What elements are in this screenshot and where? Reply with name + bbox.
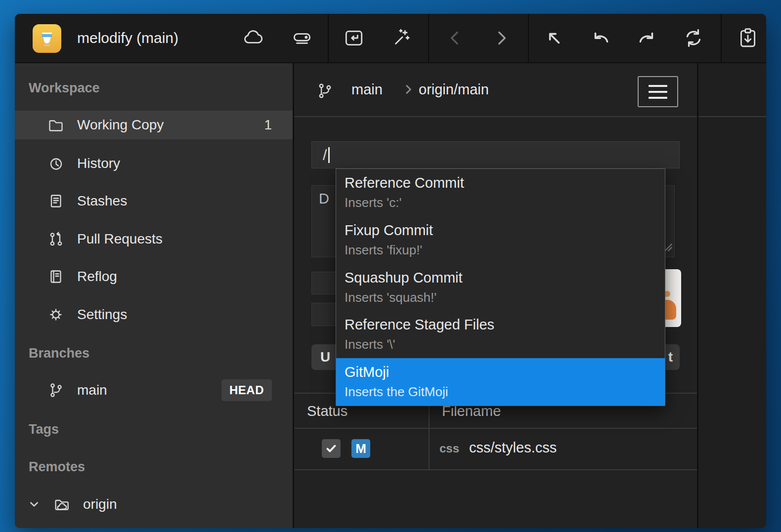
clipboard-button[interactable] bbox=[733, 23, 763, 53]
sidebar-section-branches: Branches bbox=[29, 345, 89, 362]
autocomplete-subtitle: Inserts 'squash!' bbox=[345, 289, 665, 306]
forward-button[interactable] bbox=[486, 23, 516, 53]
sidebar-section-tags: Tags bbox=[29, 421, 59, 438]
reflog-icon bbox=[47, 268, 64, 285]
autocomplete-subtitle: Inserts the GitMoji bbox=[345, 383, 665, 400]
autocomplete-title: GitMoji bbox=[345, 363, 665, 381]
commit-autocomplete-dropdown: Reference Commit Inserts 'c:' Fixup Comm… bbox=[336, 168, 665, 406]
magic-wand-button[interactable] bbox=[387, 23, 416, 53]
commit-message-input[interactable]: / bbox=[311, 141, 680, 168]
folder-icon bbox=[47, 117, 64, 133]
autocomplete-item-reference-staged-files[interactable]: Reference Staged Files Inserts '\' bbox=[336, 311, 665, 358]
git-branch-icon bbox=[316, 82, 334, 102]
table-border bbox=[294, 469, 697, 470]
arrow-up-left-icon bbox=[543, 27, 565, 49]
secondary-pane bbox=[698, 63, 766, 528]
breadcrumb-upstream[interactable]: origin/main bbox=[419, 63, 489, 116]
filename: css/styles.css bbox=[469, 440, 557, 456]
sidebar-item-stashes[interactable]: Stashes bbox=[15, 187, 293, 215]
open-repo-button[interactable] bbox=[339, 23, 369, 53]
chevron-right-icon bbox=[490, 27, 513, 49]
commit-pane: main origin/main / D bbox=[294, 63, 697, 528]
sidebar-item-label: Pull Requests bbox=[77, 231, 163, 247]
titlebar: melodify (main) bbox=[15, 14, 766, 63]
text-caret bbox=[328, 147, 330, 163]
history-icon bbox=[47, 155, 64, 172]
git-branch-icon bbox=[47, 382, 64, 399]
autocomplete-title: Reference Commit bbox=[345, 173, 665, 192]
sidebar-section-remotes: Remotes bbox=[29, 458, 85, 475]
sidebar-item-label: Settings bbox=[77, 307, 127, 323]
sidebar-item-label: Reflog bbox=[77, 269, 117, 285]
sidebar-item-label: Working Copy bbox=[77, 117, 164, 133]
sidebar-item-label: History bbox=[77, 156, 120, 171]
head-badge: HEAD bbox=[221, 379, 272, 401]
redo-arrow-icon bbox=[636, 27, 658, 49]
breadcrumb-branch[interactable]: main bbox=[351, 63, 383, 116]
chevron-down-icon[interactable] bbox=[29, 499, 40, 510]
app-window: melodify (main) bbox=[15, 14, 766, 528]
pull-request-icon bbox=[47, 231, 64, 247]
description-text: D bbox=[319, 191, 329, 206]
toolbar-separator bbox=[328, 14, 329, 63]
hamburger-icon bbox=[649, 85, 667, 87]
app-icon bbox=[33, 24, 61, 53]
clipboard-download-icon bbox=[737, 27, 759, 49]
autocomplete-title: Squashup Commit bbox=[345, 268, 665, 287]
sync-arrows-icon bbox=[682, 27, 705, 49]
sidebar-item-pull-requests[interactable]: Pull Requests bbox=[15, 225, 293, 253]
open-repo-icon bbox=[343, 27, 365, 49]
autocomplete-title: Fixup Commit bbox=[345, 221, 665, 240]
cloud-icon bbox=[241, 27, 264, 49]
status-badge: M bbox=[351, 439, 370, 458]
pane-header-border bbox=[698, 116, 766, 117]
gear-icon bbox=[47, 306, 64, 323]
toolbar-separator bbox=[428, 14, 429, 63]
commit-message-value: / bbox=[323, 147, 327, 164]
sidebar-item-reflog[interactable]: Reflog bbox=[15, 262, 293, 291]
window-title: melodify (main) bbox=[77, 14, 178, 62]
unstage-button-label: U bbox=[320, 349, 330, 365]
sidebar-section-workspace: Workspace bbox=[29, 80, 100, 96]
file-type-icon: css bbox=[439, 442, 459, 455]
autocomplete-subtitle: Inserts '\' bbox=[345, 336, 665, 353]
sidebar-item-label: Stashes bbox=[77, 193, 127, 209]
branch-breadcrumb-bar: main origin/main bbox=[294, 63, 697, 117]
drive-icon bbox=[291, 27, 313, 49]
table-border bbox=[294, 428, 697, 429]
redo-button[interactable] bbox=[632, 23, 662, 53]
undo-button[interactable] bbox=[586, 23, 615, 53]
autocomplete-item-squashup-commit[interactable]: Squashup Commit Inserts 'squash!' bbox=[336, 264, 665, 311]
toolbar-separator bbox=[721, 14, 722, 63]
remote-folder-icon bbox=[53, 496, 70, 513]
stage-checkbox[interactable] bbox=[322, 439, 341, 458]
sidebar-item-settings[interactable]: Settings bbox=[15, 300, 293, 329]
commit-button-label: t bbox=[668, 349, 673, 365]
stashes-icon bbox=[47, 193, 64, 209]
sidebar-item-branch-main[interactable]: main HEAD bbox=[15, 376, 293, 405]
pull-button[interactable] bbox=[539, 23, 569, 53]
back-button[interactable] bbox=[440, 23, 470, 53]
autocomplete-item-gitmoji[interactable]: GitMoji Inserts the GitMoji bbox=[336, 358, 665, 406]
autocomplete-title: Reference Staged Files bbox=[345, 315, 665, 334]
cloud-button[interactable] bbox=[238, 23, 267, 53]
autocomplete-subtitle: Inserts 'c:' bbox=[345, 194, 665, 211]
chevron-left-icon bbox=[444, 27, 467, 49]
remote-name: origin bbox=[83, 496, 117, 512]
working-copy-count: 1 bbox=[264, 117, 272, 133]
chevron-right-icon bbox=[402, 83, 415, 98]
sidebar-item-remote-origin[interactable]: origin bbox=[15, 490, 293, 519]
autocomplete-item-reference-commit[interactable]: Reference Commit Inserts 'c:' bbox=[336, 169, 665, 216]
magic-wand-icon bbox=[390, 27, 413, 49]
sidebar: Workspace Working Copy 1 History bbox=[15, 63, 293, 528]
sidebar-item-history[interactable]: History bbox=[15, 149, 293, 178]
autocomplete-item-fixup-commit[interactable]: Fixup Commit Inserts 'fixup!' bbox=[336, 216, 665, 264]
sidebar-item-working-copy[interactable]: Working Copy 1 bbox=[15, 111, 293, 139]
branch-menu-button[interactable] bbox=[638, 76, 678, 107]
undo-arrow-icon bbox=[589, 27, 612, 49]
check-icon bbox=[325, 442, 338, 455]
sync-button[interactable] bbox=[679, 23, 708, 53]
drive-button[interactable] bbox=[287, 23, 317, 53]
autocomplete-subtitle: Inserts 'fixup!' bbox=[345, 242, 665, 258]
branch-name: main bbox=[77, 382, 107, 398]
